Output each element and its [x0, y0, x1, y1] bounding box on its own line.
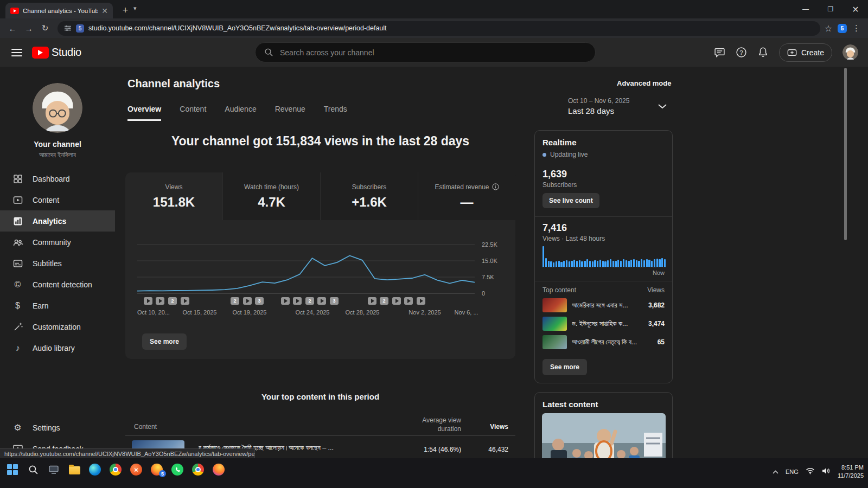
video-publish-marker[interactable] [144, 297, 152, 305]
video-thumbnail[interactable] [542, 298, 567, 312]
tab-trends[interactable]: Trends [324, 105, 347, 121]
metric-estimated-revenue[interactable]: Estimated revenue — [418, 172, 515, 220]
list-item[interactable]: আওয়ামী লীগের নেতৃত্বে কি ব... 65 [542, 334, 665, 350]
address-bar[interactable]: 5 studio.youtube.com/channel/UCIXjNV8WUI… [58, 21, 820, 36]
video-publish-marker[interactable] [404, 297, 413, 305]
video-publish-marker[interactable] [293, 297, 302, 305]
window-close-button[interactable]: ✕ [843, 0, 868, 18]
firefox-browser-icon[interactable]: 5 [146, 461, 167, 478]
forward-button[interactable]: → [21, 20, 37, 36]
video-title[interactable]: আওয়ামী লীগের নেতৃত্বে কি ব... [572, 338, 653, 346]
account-avatar[interactable] [843, 44, 858, 60]
window-minimize-button[interactable]: — [793, 0, 818, 18]
menu-hamburger-icon[interactable] [11, 49, 22, 59]
file-explorer-icon[interactable] [64, 461, 85, 478]
views-line-chart[interactable] [137, 242, 475, 296]
video-publish-marker[interactable]: 2 [305, 297, 314, 305]
firefox-secondary-icon[interactable] [208, 461, 229, 478]
sidebar-item-earn[interactable]: $ Earn [0, 295, 115, 316]
tab-overview[interactable]: Overview [127, 105, 161, 121]
sidebar-item-customization[interactable]: Customization [0, 316, 115, 337]
sidebar-item-analytics[interactable]: Analytics [0, 210, 115, 232]
language-indicator[interactable]: ENG [786, 468, 799, 475]
see-live-count-button[interactable]: See live count [542, 193, 599, 208]
video-thumbnail[interactable] [542, 335, 567, 349]
tab-list-chevron-icon[interactable]: ▾ [133, 5, 137, 12]
chrome-browser-icon[interactable] [105, 461, 126, 478]
video-publish-marker[interactable]: 2 [231, 297, 239, 305]
start-button[interactable] [2, 461, 23, 478]
sidebar-item-community[interactable]: Community [0, 232, 115, 253]
sidebar-item-settings[interactable]: ⚙ Settings [0, 417, 115, 438]
edge-browser-icon[interactable] [85, 461, 105, 478]
new-tab-button[interactable]: + [118, 4, 132, 17]
sidebar-item-content-detection[interactable]: © Content detection [0, 274, 115, 295]
browser-menu-icon[interactable]: ⋮ [852, 23, 860, 33]
notifications-bell-icon[interactable] [757, 47, 769, 58]
app-x-icon[interactable]: × [126, 461, 146, 478]
taskbar-clock[interactable]: 8:51 PM 11/7/2025 [838, 464, 864, 480]
info-icon[interactable] [492, 183, 499, 190]
tab-content[interactable]: Content [180, 105, 206, 121]
url-text[interactable]: studio.youtube.com/channel/UCIXjNV8WUIB_… [88, 24, 814, 32]
video-publish-marker[interactable] [281, 297, 290, 305]
studio-logo[interactable]: Studio [32, 46, 81, 59]
video-publish-marker[interactable]: 3 [255, 297, 264, 305]
chrome-secondary-icon[interactable] [188, 461, 208, 478]
tab-revenue[interactable]: Revenue [275, 105, 305, 121]
realtime-see-more-button[interactable]: See more [542, 359, 587, 375]
realtime-bar-chart[interactable] [542, 246, 666, 267]
whatsapp-icon[interactable] [167, 461, 188, 478]
task-view-button[interactable] [43, 461, 64, 478]
metric-views[interactable]: Views 151.8K [125, 172, 222, 220]
extension-badge[interactable]: 5 [838, 24, 847, 33]
list-item[interactable]: ড. ইউনূসের সাপ্তাহিক ক... 3,474 [542, 316, 665, 332]
sidebar-item-dashboard[interactable]: Dashboard [0, 168, 115, 189]
create-button[interactable]: Create [779, 43, 832, 62]
bookmark-star-icon[interactable]: ☆ [825, 23, 832, 34]
video-thumbnail[interactable] [542, 317, 567, 331]
volume-icon[interactable] [822, 467, 831, 476]
sidebar-item-audio-library[interactable]: ♪ Audio library [0, 337, 115, 358]
video-publish-marker[interactable] [392, 297, 401, 305]
chart-see-more-button[interactable]: See more [142, 333, 187, 350]
video-publish-marker[interactable] [243, 297, 252, 305]
date-picker-chevron-icon[interactable] [658, 101, 667, 111]
wifi-icon[interactable] [806, 467, 815, 476]
help-icon[interactable]: ? [736, 47, 747, 58]
video-publish-marker[interactable] [417, 297, 425, 305]
column-views[interactable]: Views [490, 423, 508, 431]
list-item[interactable]: আমেরিকার সঙ্গে এবার স... 3,682 [542, 297, 665, 313]
window-maximize-button[interactable]: ❐ [818, 0, 843, 18]
site-info-icon[interactable] [64, 24, 72, 32]
browser-tab[interactable]: Channel analytics - YouTube Stu ✕ [5, 3, 113, 18]
reload-button[interactable]: ↻ [37, 20, 53, 36]
sidebar-item-content[interactable]: Content [0, 189, 115, 210]
video-publish-marker[interactable] [368, 297, 376, 305]
video-publish-marker[interactable] [181, 297, 189, 305]
channel-search-bar[interactable] [255, 42, 596, 62]
taskbar-search-button[interactable] [23, 461, 43, 478]
column-average-view-duration[interactable]: Average view duration [401, 416, 461, 433]
latest-video-thumbnail[interactable] [542, 413, 666, 458]
channel-avatar[interactable] [33, 83, 82, 133]
metric-watch-time[interactable]: Watch time (hours) 4.7K [222, 172, 320, 220]
video-publish-marker[interactable]: 3 [330, 297, 339, 305]
tab-audience[interactable]: Audience [225, 105, 256, 121]
video-publish-marker[interactable]: 2 [380, 297, 388, 305]
search-input[interactable] [280, 48, 586, 57]
column-content[interactable]: Content [134, 423, 157, 431]
metric-subscribers[interactable]: Subscribers +1.6K [320, 172, 418, 220]
video-publish-marker[interactable]: 2 [168, 297, 177, 305]
tray-chevron-icon[interactable] [773, 468, 778, 475]
date-range-picker[interactable]: Oct 10 – Nov 6, 2025 Last 28 days [568, 97, 629, 115]
video-title[interactable]: ড. ইউনূসের সাপ্তাহিক ক... [572, 320, 643, 328]
tab-close-icon[interactable]: ✕ [101, 7, 108, 15]
page-scrollbar[interactable] [844, 68, 847, 240]
back-button[interactable]: ← [4, 20, 21, 36]
video-title[interactable]: আমেরিকার সঙ্গে এবার স... [572, 301, 643, 310]
advanced-mode-button[interactable]: Advanced mode [617, 79, 671, 87]
video-publish-marker[interactable] [156, 297, 164, 305]
video-publish-marker[interactable] [317, 297, 326, 305]
feedback-icon[interactable] [714, 47, 725, 58]
